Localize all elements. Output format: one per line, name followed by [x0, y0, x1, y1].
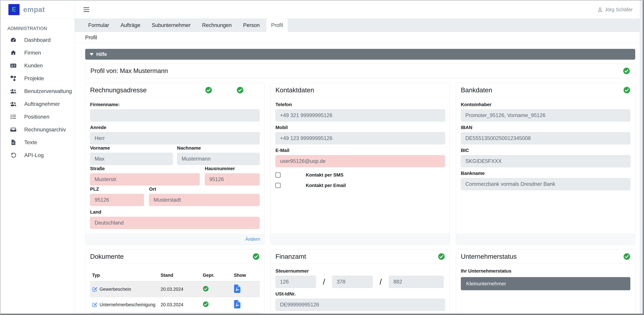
status-badge: Kleinunternehmer [461, 277, 630, 290]
pdf-file-icon[interactable] [234, 284, 240, 293]
country-input[interactable]: Deutschland [90, 217, 260, 229]
billing-address-body: Firmenname: Anrede Herr Vorname Max Nach… [85, 97, 264, 234]
sidebar-item-texte[interactable]: Texte [1, 136, 74, 149]
slash-separator: / [323, 277, 325, 286]
sidebar-section-title: ADMINISTRATION [8, 26, 74, 31]
sidebar-item-projekte[interactable]: Projekte [1, 72, 74, 85]
hamburger-menu-icon[interactable] [84, 7, 89, 12]
change-link[interactable]: Ändern [245, 237, 260, 242]
account-holder-input[interactable]: Promoter_95126, Vorname_95126 [461, 109, 630, 121]
document-date: 20.03.2024 [158, 302, 201, 307]
check-circle-icon [203, 286, 209, 292]
sidebar-item-kunden[interactable]: Kunden [1, 59, 74, 72]
bank-name-label: Bankname [461, 171, 630, 176]
card-title: Bankdaten [461, 86, 492, 94]
country-label: Land [90, 209, 260, 215]
vertical-scrollbar[interactable] [640, 1, 643, 314]
tab-profil[interactable]: Profil [266, 19, 288, 32]
document-type: Gewerbeschein [100, 287, 131, 292]
entrepreneur-status-header: Unternehmerstatus [456, 249, 635, 264]
tax-number-label: Steuernummer [276, 268, 445, 274]
tab-person[interactable]: Person [238, 19, 264, 32]
tab-formular[interactable]: Formular [84, 19, 114, 32]
content: Hilfe Profil von: Max Mustermann Rechnun… [75, 43, 643, 314]
tax-office-header: Finanzamt [271, 249, 450, 264]
sidebar-item-dashboard[interactable]: Dashboard [1, 34, 74, 46]
column-gepr: Gepr. [201, 273, 232, 278]
sidebar-item-benutzerverwaltung[interactable]: Benutzerverwaltung [1, 85, 74, 98]
edit-icon[interactable] [92, 302, 97, 307]
house-number-label: Hausnummer [205, 166, 260, 171]
user-name: Jörg Schäfer [605, 7, 632, 13]
check-circle-icon [623, 87, 630, 94]
bank-body: Kontoinhaber Promoter_95126, Vorname_951… [456, 97, 635, 234]
contact-card: Kontaktdaten Telefon +49 321 99999995126… [270, 83, 450, 245]
help-collapse-bar[interactable]: Hilfe [85, 49, 635, 60]
tax-number-part-1-input[interactable]: 126 [276, 276, 316, 288]
app-window: E empat ADMINISTRATION Dashboard Firmen … [0, 0, 644, 315]
card-title: Dokumente [90, 253, 124, 260]
column-typ: Typ [90, 273, 158, 278]
sidebar-item-label: Firmen [24, 50, 41, 56]
sidebar-item-label: Benutzerverwaltung [24, 88, 72, 94]
card-title: Finanzamt [276, 253, 306, 260]
sidebar-item-label: Auftragnehmer [24, 101, 60, 107]
city-input[interactable]: Musterstadt [149, 194, 260, 206]
house-number-input[interactable]: 95126 [205, 173, 260, 185]
sidebar-item-label: API-Log [24, 152, 44, 158]
sidebar-item-auftragnehmer[interactable]: Auftragnehmer [1, 98, 74, 110]
bic-input[interactable]: SKGIDE5FXXX [461, 155, 630, 167]
last-name-input[interactable]: Mustermann [177, 153, 260, 165]
phone-input[interactable]: +49 321 99999995126 [276, 109, 445, 121]
cards-row-1: Rechnungsadresse Firmenname: Anrede Herr [85, 83, 635, 245]
bank-footer [456, 234, 635, 244]
sidebar-item-label: Dashboard [24, 37, 51, 43]
company-input[interactable] [90, 109, 260, 121]
sidebar-item-label: Rechnungsarchiv [24, 127, 66, 133]
mobile-input[interactable]: +49 123 99999995126 [276, 132, 445, 144]
email-input[interactable]: user95126@usp.de [276, 155, 445, 167]
table-row: Gewerbeschein 20.03.2024 [90, 282, 260, 297]
vat-id-input[interactable]: DE99999995126 [276, 299, 445, 311]
brand[interactable]: E empat [1, 1, 74, 19]
tab-subunternehmer[interactable]: Subunternehmer [147, 19, 195, 32]
tax-office-body: Steuernummer 126 / 378 / 882 USt-IdNr. D… [271, 264, 450, 314]
tax-number-part-2-input[interactable]: 378 [332, 276, 372, 288]
documents-table: Typ Stand Gepr. Show Gewerbeschein [90, 270, 260, 314]
card-title: Unternehmerstatus [461, 253, 517, 260]
salutation-input[interactable]: Herr [90, 132, 260, 144]
company-label: Firmenname: [90, 102, 260, 107]
tab-rechnungen[interactable]: Rechnungen [197, 19, 236, 32]
city-label: Ort [149, 186, 260, 192]
first-name-input[interactable]: Max [90, 153, 173, 165]
sidebar-item-positionen[interactable]: Positionen [1, 110, 74, 123]
sidebar: E empat ADMINISTRATION Dashboard Firmen … [1, 1, 75, 314]
contact-header: Kontaktdaten [271, 83, 450, 97]
zip-input[interactable]: 95126 [90, 194, 144, 206]
user-menu[interactable]: Jörg Schäfer [597, 7, 632, 13]
card-title: Kontaktdaten [276, 86, 314, 94]
iban-input[interactable]: DE55513500250012345008 [461, 132, 630, 144]
street-input[interactable]: Musterstr. [90, 173, 200, 185]
sidebar-item-rechnungsarchiv[interactable]: Rechnungsarchiv [1, 123, 74, 136]
edit-icon[interactable] [92, 287, 97, 292]
documents-table-header: Typ Stand Gepr. Show [90, 270, 260, 282]
bank-header: Bankdaten [456, 83, 635, 97]
email-checkbox[interactable] [276, 183, 280, 188]
vat-id-label: USt-IdNr. [276, 291, 445, 297]
sms-checkbox[interactable] [276, 172, 280, 178]
bank-name-input[interactable]: Commerzbank vormals Dresdner Bank [461, 178, 630, 190]
contact-sms-row: Kontakt per SMS [276, 172, 445, 178]
email-label: E-Mail [276, 148, 445, 153]
documents-card: Dokumente Typ Stand Gepr. Show [85, 249, 264, 314]
brand-name: empat [23, 6, 45, 14]
tab-auftraege[interactable]: Aufträge [116, 19, 145, 32]
pdf-file-icon[interactable] [234, 300, 240, 308]
entrepreneur-status-body: Ihr Unternehmerstatus Kleinunternehmer [456, 264, 635, 314]
iban-label: IBAN [461, 125, 630, 130]
id-card-icon [10, 62, 16, 69]
sidebar-item-firmen[interactable]: Firmen [1, 46, 74, 59]
account-holder-label: Kontoinhaber [461, 102, 630, 107]
sidebar-item-api-log[interactable]: API-Log [1, 149, 74, 162]
tax-number-part-3-input[interactable]: 882 [389, 276, 444, 288]
